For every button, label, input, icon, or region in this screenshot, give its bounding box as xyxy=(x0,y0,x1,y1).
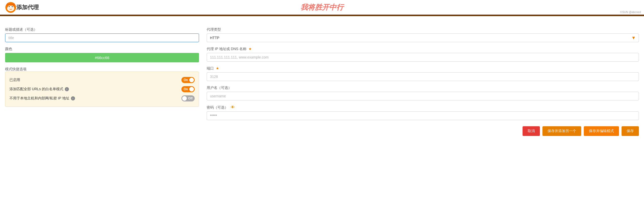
svg-point-5 xyxy=(12,6,13,7)
proxy-type-group: 代理类型 HTTP HTTPS SOCKS4 SOCKS5 ▼ xyxy=(207,27,639,42)
proxy-type-label: 代理类型 xyxy=(207,27,639,32)
footer-buttons: 取消 保存并添加另一个 保存并编辑模式 保存 xyxy=(207,126,639,136)
info-icon-localhost[interactable]: i xyxy=(71,96,75,100)
username-group: 用户名（可选） xyxy=(207,86,639,100)
title-input[interactable] xyxy=(5,33,199,42)
proxy-ip-input[interactable] xyxy=(207,53,639,62)
toggle-enabled[interactable]: On xyxy=(181,77,195,83)
toggle-enabled-text: On xyxy=(184,78,188,82)
port-label: 端口 ★ xyxy=(207,66,639,71)
mode-panel: 已启用 On 添加匹配全部 URLs 的白名单模式 i On xyxy=(5,72,199,107)
left-column: 标题或描述（可选） 颜色 #66cc66 模式快捷选项 已启用 On xyxy=(5,27,199,136)
password-label: 密码（可选） 👁 xyxy=(207,105,639,110)
toggle-enabled-knob xyxy=(189,78,194,82)
fox-logo xyxy=(5,2,16,13)
version-text: ©SUN @abcned xyxy=(620,10,641,14)
mode-group: 模式快捷选项 已启用 On 添加匹配全部 URLs 的白名单模式 xyxy=(5,67,199,107)
username-label: 用户名（可选） xyxy=(207,86,639,90)
right-column: 代理类型 HTTP HTTPS SOCKS4 SOCKS5 ▼ 代理 IP 地址… xyxy=(207,27,639,136)
toggle-whitelist-text: On xyxy=(184,87,188,91)
color-group: 颜色 #66cc66 xyxy=(5,47,199,62)
main-content: 标题或描述（可选） 颜色 #66cc66 模式快捷选项 已启用 On xyxy=(0,21,644,141)
eye-icon[interactable]: 👁 xyxy=(231,105,235,109)
mode-row-whitelist: 添加匹配全部 URLs 的白名单模式 i On xyxy=(9,85,195,94)
save-edit-button[interactable]: 保存并编辑模式 xyxy=(584,126,619,136)
toggle-whitelist[interactable]: On xyxy=(181,86,195,92)
password-input[interactable] xyxy=(207,111,639,120)
page-title: 添加代理 xyxy=(16,4,39,11)
save-add-button[interactable]: 保存并添加另一个 xyxy=(542,126,581,136)
header: 添加代理 我将胜开中行 ©SUN @abcned xyxy=(0,0,644,15)
mode-row-enabled-label: 已启用 xyxy=(9,78,20,82)
toggle-localhost[interactable]: Off xyxy=(181,95,195,101)
mode-label: 模式快捷选项 xyxy=(5,67,27,71)
password-group: 密码（可选） 👁 xyxy=(207,105,639,120)
header-divider xyxy=(0,15,644,16)
save-button[interactable]: 保存 xyxy=(622,126,639,136)
mode-row-localhost: 不用于本地主机和内部网/私密 IP 地址 i Off xyxy=(9,94,195,103)
port-required-star: ★ xyxy=(216,66,219,70)
port-input[interactable] xyxy=(207,72,639,81)
toggle-whitelist-knob xyxy=(189,87,194,91)
port-group: 端口 ★ xyxy=(207,66,639,81)
proxy-ip-label: 代理 IP 地址或 DNS 名称 ★ xyxy=(207,47,639,51)
mode-row-localhost-label: 不用于本地主机和内部网/私密 IP 地址 i xyxy=(9,96,75,101)
toggle-localhost-text: Off xyxy=(188,97,192,100)
proxy-type-select[interactable]: HTTP HTTPS SOCKS4 SOCKS5 xyxy=(207,33,639,42)
info-icon-whitelist[interactable]: i xyxy=(65,87,69,91)
proxy-ip-group: 代理 IP 地址或 DNS 名称 ★ xyxy=(207,47,639,62)
cancel-button[interactable]: 取消 xyxy=(523,126,540,136)
proxy-ip-required-star: ★ xyxy=(249,47,252,51)
svg-point-4 xyxy=(9,6,10,7)
mode-row-whitelist-label: 添加匹配全部 URLs 的白名单模式 i xyxy=(9,87,69,91)
color-label: 颜色 xyxy=(5,47,199,51)
username-input[interactable] xyxy=(207,92,639,100)
mode-row-enabled: 已启用 On xyxy=(9,75,195,85)
watermark-text: 我将胜开中行 xyxy=(301,3,343,12)
toggle-localhost-knob xyxy=(182,96,187,101)
title-label: 标题或描述（可选） xyxy=(5,27,199,32)
proxy-type-wrapper: HTTP HTTPS SOCKS4 SOCKS5 ▼ xyxy=(207,33,639,42)
color-swatch[interactable]: #66cc66 xyxy=(5,53,199,62)
password-wrapper xyxy=(207,111,639,120)
title-group: 标题或描述（可选） xyxy=(5,27,199,42)
